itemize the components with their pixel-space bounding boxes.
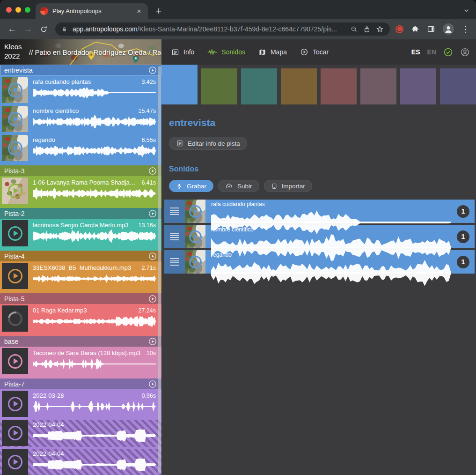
sound-thumbnail[interactable]: [185, 225, 205, 248]
play-icon[interactable]: [8, 397, 22, 411]
sidebar-sound-item[interactable]: nombre cientifico 15.47s: [0, 106, 161, 133]
nav-tab[interactable]: Sonidos: [204, 45, 249, 59]
sound-thumbnail[interactable]: [2, 77, 28, 103]
side-panel-icon[interactable]: [427, 25, 435, 33]
macos-close-button[interactable]: [6, 7, 12, 13]
new-tab-button[interactable]: +: [152, 4, 166, 19]
track-play-icon[interactable]: [148, 379, 157, 389]
sidebar-sound-item[interactable]: 2022-04-04: [0, 449, 161, 475]
nav-tab[interactable]: Info: [168, 45, 198, 59]
back-button[interactable]: ←: [5, 22, 19, 37]
sidebar-sound-item[interactable]: Taconeo de Sara Baras (128 kbps).mp3 10s: [0, 348, 161, 375]
panel-sound-row[interactable]: regando 1: [164, 250, 475, 274]
play-icon[interactable]: [8, 83, 22, 97]
sync-check-icon[interactable]: [443, 47, 453, 57]
track-header[interactable]: Pista-3: [0, 165, 161, 176]
track-play-icon[interactable]: [148, 337, 157, 346]
account-icon[interactable]: [460, 47, 470, 57]
play-icon[interactable]: [8, 455, 22, 469]
play-icon[interactable]: [8, 354, 22, 369]
play-icon[interactable]: [8, 426, 22, 440]
language-option[interactable]: EN: [427, 48, 436, 56]
track-color-swatch[interactable]: [440, 68, 476, 104]
track-header[interactable]: Pista-5: [0, 293, 161, 304]
record-extension-icon[interactable]: [395, 25, 403, 33]
sidebar-scrollbar[interactable]: [158, 66, 161, 474]
track-play-icon[interactable]: [148, 166, 157, 176]
play-icon[interactable]: [5, 308, 25, 328]
macos-fullscreen-button[interactable]: [25, 7, 30, 13]
play-icon[interactable]: [8, 269, 22, 283]
play-icon[interactable]: [8, 184, 22, 198]
play-icon[interactable]: [8, 141, 22, 156]
sidebar-sound-item[interactable]: 33ESX6038_B5_Muthedukkum.mp3 2.71s: [0, 263, 161, 290]
address-bar[interactable]: app.antropoloops.com/Kleos-Santa-Marina/…: [55, 22, 390, 36]
forward-button[interactable]: →: [21, 22, 35, 37]
sound-thumbnail[interactable]: [2, 135, 28, 161]
reload-button[interactable]: [37, 22, 51, 37]
sound-action-button[interactable]: Importar: [264, 180, 312, 192]
nav-tab-label: Mapa: [271, 48, 287, 56]
zoom-out-icon[interactable]: [350, 25, 358, 33]
track-header[interactable]: Pista-4: [0, 251, 161, 261]
tab-search-chevron-icon[interactable]: [463, 7, 470, 14]
track-color-swatch[interactable]: [201, 68, 237, 104]
sound-thumbnail[interactable]: [2, 106, 28, 132]
track-header[interactable]: base: [0, 336, 161, 347]
sidebar-sound-item[interactable]: rafa cuidando plantas 3.42s: [0, 77, 161, 104]
track-play-icon[interactable]: [148, 294, 157, 304]
sound-thumbnail[interactable]: [2, 263, 28, 289]
share-icon[interactable]: [363, 25, 371, 33]
language-option[interactable]: ES: [411, 48, 420, 56]
browser-tab[interactable]: Play Antropoloops ×: [36, 3, 148, 19]
nav-tab[interactable]: Tocar: [296, 45, 332, 59]
browser-menu-icon[interactable]: ⋮: [461, 25, 469, 33]
sound-action-button[interactable]: Grabar: [169, 180, 213, 192]
macos-minimize-button[interactable]: [15, 7, 21, 13]
track-color-swatch[interactable]: [321, 68, 357, 104]
sound-thumbnail[interactable]: [2, 220, 28, 246]
sound-action-button[interactable]: Subir: [218, 180, 259, 192]
sidebar-sound-item[interactable]: 01 Raga Kedar.mp3 27.24s: [0, 305, 161, 333]
track-header[interactable]: Pista-2: [0, 208, 161, 219]
sound-thumbnail[interactable]: [2, 391, 28, 417]
track-color-swatch[interactable]: [241, 68, 277, 104]
track-color-swatch[interactable]: [400, 68, 436, 104]
drag-handle[interactable]: [164, 200, 185, 223]
track-color-swatch[interactable]: [161, 65, 198, 104]
play-icon[interactable]: [189, 205, 202, 218]
track-header[interactable]: entrevista: [0, 65, 161, 75]
track-color-swatch[interactable]: [360, 68, 396, 104]
extensions-puzzle-icon[interactable]: [411, 25, 419, 33]
sound-thumbnail[interactable]: [2, 420, 28, 446]
sound-thumbnail[interactable]: [2, 305, 28, 332]
sidebar-sound-item[interactable]: 1-06 Lavanya Rama Poorna Shadjam Rupak..…: [0, 178, 161, 205]
track-color-swatch[interactable]: [281, 68, 317, 104]
play-icon[interactable]: [8, 226, 22, 241]
drag-handle[interactable]: [164, 225, 185, 248]
track-play-icon[interactable]: [148, 209, 157, 218]
sound-thumbnail[interactable]: [2, 449, 28, 475]
play-icon[interactable]: [189, 256, 202, 268]
drag-handle[interactable]: [164, 250, 185, 274]
tab-close-icon[interactable]: ×: [135, 7, 143, 15]
track-header[interactable]: Pista-7: [0, 379, 161, 389]
sidebar-sound-item[interactable]: 2022-03-28 0.96s: [0, 391, 161, 418]
panel-sound-row[interactable]: nombre cientifico 1: [164, 225, 475, 248]
panel-sound-row[interactable]: rafa cuidando plantas 1: [164, 200, 475, 223]
sidebar-sound-item[interactable]: lacrimosa Sergio García Merlo.mp3 13.16s: [0, 220, 161, 247]
sound-thumbnail[interactable]: [2, 178, 28, 204]
play-icon[interactable]: [189, 230, 202, 243]
nav-tab[interactable]: Mapa: [255, 45, 291, 59]
sound-thumbnail[interactable]: [185, 250, 205, 274]
sound-thumbnail[interactable]: [185, 200, 205, 223]
profile-avatar[interactable]: [443, 23, 454, 35]
track-play-icon[interactable]: [148, 252, 157, 261]
bookmark-star-icon[interactable]: [376, 25, 384, 33]
sound-thumbnail[interactable]: [2, 348, 28, 374]
play-icon[interactable]: [8, 112, 22, 126]
edit-track-info-button[interactable]: Editar info de pista: [169, 137, 247, 150]
track-play-icon[interactable]: [148, 66, 157, 75]
sidebar-sound-item[interactable]: 2022-04-04: [0, 420, 161, 447]
sidebar-sound-item[interactable]: regando 6.55s: [0, 135, 161, 162]
